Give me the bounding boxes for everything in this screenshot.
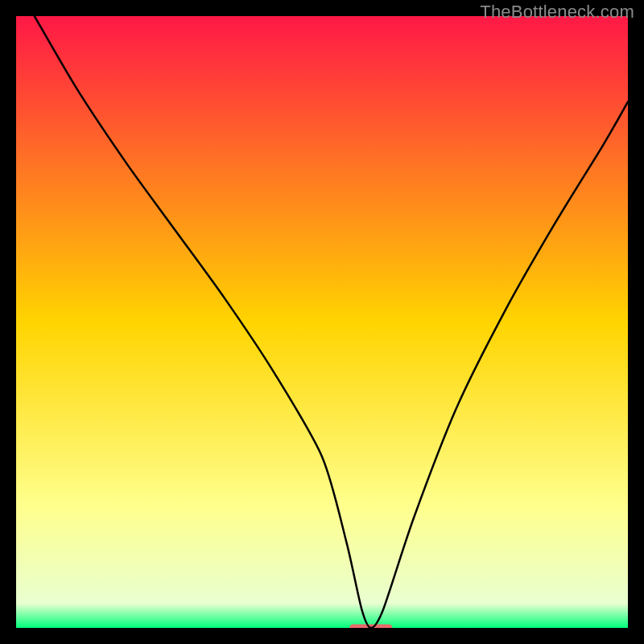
- plot-area: [16, 16, 628, 628]
- chart-container: TheBottleneck.com: [0, 0, 644, 644]
- watermark-text: TheBottleneck.com: [480, 2, 634, 23]
- gradient-background: [16, 16, 628, 628]
- chart-svg: [16, 16, 628, 628]
